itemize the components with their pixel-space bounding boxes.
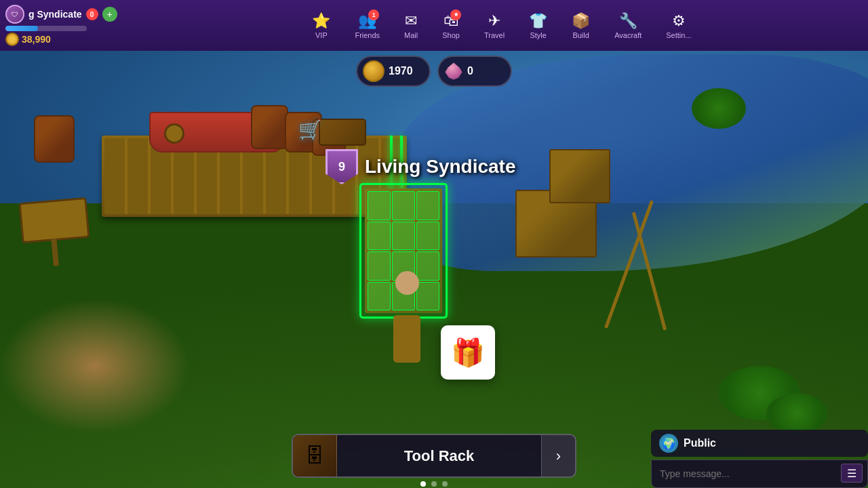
nav-item-build[interactable]: 📦 Build bbox=[566, 9, 595, 42]
guild-tooltip: 9 Living Syndicate bbox=[326, 149, 516, 184]
top-nav-bar: 🛡 g Syndicate 0 + 38,990 ⭐ VIP 👥 1 bbox=[0, 0, 868, 51]
dirt-path bbox=[0, 298, 190, 434]
gold-currency-pill[interactable]: 1970 bbox=[356, 56, 431, 87]
notification-badge: 0 bbox=[86, 8, 98, 20]
chat-area: 🌍 Public ☰ bbox=[651, 430, 868, 488]
bottom-bar: 🗄 Tool Rack › bbox=[292, 434, 576, 488]
nav-label-mail: Mail bbox=[404, 31, 418, 39]
guild-name: Living Syndicate bbox=[365, 156, 516, 178]
dot-3 bbox=[442, 481, 448, 487]
friends-badge: 1 bbox=[368, 9, 379, 20]
currency-display: 1970 0 bbox=[356, 56, 512, 87]
nav-label-settings: Settin... bbox=[666, 31, 691, 39]
xp-fill bbox=[5, 26, 38, 31]
add-button[interactable]: + bbox=[102, 7, 117, 22]
xp-bar bbox=[5, 26, 87, 31]
gift-box-icon[interactable]: 🎁 bbox=[441, 325, 495, 380]
nav-item-settings[interactable]: ⚙ Settin... bbox=[660, 9, 696, 42]
gold-icon bbox=[363, 60, 384, 82]
settings-icon: ⚙ bbox=[672, 12, 686, 29]
item-thumbnail-icon: 🗄 bbox=[305, 445, 324, 467]
nav-item-avacraft[interactable]: 🔧 Avacraft bbox=[609, 9, 647, 42]
nav-label-travel: Travel bbox=[484, 31, 505, 39]
gold-value: 1970 bbox=[389, 65, 413, 77]
guild-badge-icon: 🛡 bbox=[5, 5, 24, 24]
nav-item-mail[interactable]: ✉ Mail bbox=[399, 9, 423, 42]
wooden-sign bbox=[19, 197, 90, 243]
nav-item-style[interactable]: 👕 Style bbox=[524, 9, 553, 42]
item-thumbnail: 🗄 bbox=[293, 434, 337, 478]
player-name-row: 🛡 g Syndicate 0 + bbox=[5, 5, 130, 24]
globe-icon: 🌍 bbox=[659, 434, 678, 453]
dot-2 bbox=[431, 481, 437, 487]
nav-item-vip[interactable]: ⭐ VIP bbox=[307, 9, 336, 42]
currency-row: 38,990 bbox=[5, 33, 130, 46]
dot-indicators bbox=[292, 481, 576, 487]
next-item-button[interactable]: › bbox=[541, 434, 575, 478]
nav-label-build: Build bbox=[572, 31, 589, 39]
gem-currency-pill[interactable]: 0 bbox=[437, 56, 512, 87]
avacraft-icon: 🔧 bbox=[619, 12, 637, 29]
bush bbox=[766, 393, 827, 434]
nav-item-shop[interactable]: 🛍 ★ Shop bbox=[437, 9, 465, 42]
shop-badge: ★ bbox=[450, 9, 461, 20]
vip-icon: ⭐ bbox=[312, 12, 330, 29]
main-nav: ⭐ VIP 👥 1 Friends ✉ Mail 🛍 ★ Shop bbox=[136, 9, 868, 42]
character-body bbox=[393, 315, 420, 363]
crate bbox=[549, 149, 610, 203]
nav-label-shop: Shop bbox=[442, 31, 460, 39]
nav-label-style: Style bbox=[530, 31, 546, 39]
coin-icon bbox=[5, 33, 19, 46]
nav-label-vip: VIP bbox=[315, 31, 328, 39]
gem-value: 0 bbox=[467, 65, 473, 77]
log-pile bbox=[319, 119, 366, 146]
nav-label-friends: Friends bbox=[355, 31, 380, 39]
message-input[interactable] bbox=[651, 460, 868, 488]
item-name-label: Tool Rack bbox=[337, 447, 541, 465]
barrel bbox=[34, 115, 75, 163]
mail-icon: ✉ bbox=[405, 12, 417, 29]
channel-label: Public bbox=[684, 437, 716, 449]
dot-1 bbox=[420, 481, 426, 487]
nav-label-avacraft: Avacraft bbox=[614, 31, 642, 39]
gold-amount: 38,990 bbox=[22, 34, 51, 45]
xp-bar-row bbox=[5, 26, 130, 31]
nav-item-friends[interactable]: 👥 1 Friends bbox=[349, 9, 385, 42]
public-channel-button[interactable]: 🌍 Public bbox=[651, 430, 868, 457]
bush bbox=[692, 88, 746, 129]
nav-item-travel[interactable]: ✈ Travel bbox=[479, 9, 510, 42]
item-display: 🗄 Tool Rack › bbox=[292, 434, 576, 478]
barrel bbox=[251, 105, 288, 149]
build-icon: 📦 bbox=[572, 12, 590, 29]
player-info: 🛡 g Syndicate 0 + 38,990 bbox=[0, 5, 136, 46]
guild-shield-icon: 9 bbox=[326, 149, 358, 184]
gem-icon bbox=[444, 62, 463, 81]
chat-menu-button[interactable]: ☰ bbox=[841, 464, 863, 483]
player-name: g Syndicate bbox=[28, 9, 82, 20]
character-head bbox=[395, 271, 419, 295]
style-icon: 👕 bbox=[529, 12, 547, 29]
travel-icon: ✈ bbox=[488, 12, 500, 29]
boat-window bbox=[164, 123, 184, 144]
player-character bbox=[387, 271, 427, 352]
cart-icon: 🛒 bbox=[298, 119, 322, 141]
